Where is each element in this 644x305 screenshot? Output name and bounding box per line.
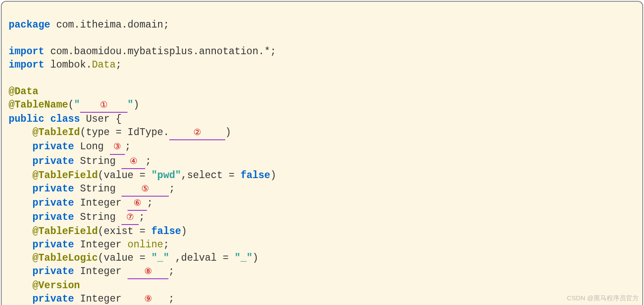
equals: = — [217, 253, 234, 264]
type-string: String — [80, 212, 116, 223]
keyword-private: private — [32, 141, 74, 152]
annotation-version: @Version — [32, 280, 80, 291]
semicolon: ; — [169, 183, 175, 194]
semicolon: ; — [168, 293, 174, 305]
import-path: com.baomidou.mybatisplus.annotation.* — [50, 46, 271, 57]
keyword-private: private — [32, 293, 74, 305]
keyword-import: import — [9, 46, 44, 57]
dot: . — [163, 127, 169, 138]
semicolon: ; — [115, 59, 121, 71]
equals: = — [134, 170, 151, 181]
blank-3[interactable]: ③ — [110, 140, 125, 154]
keyword-private: private — [32, 239, 74, 250]
circled-1: ① — [99, 100, 109, 109]
type-integer: Integer — [80, 293, 122, 305]
param-select: select — [187, 170, 223, 181]
string-pwd: "pwd" — [151, 170, 181, 181]
blank-1[interactable]: ① — [80, 99, 128, 113]
paren-close: ) — [181, 226, 187, 237]
watermark-text: CSDN @黑马程序员官方 — [567, 294, 639, 302]
literal-false: false — [151, 226, 181, 237]
type-integer: Integer — [80, 197, 122, 209]
comma: , — [175, 253, 181, 264]
type-string: String — [80, 183, 116, 194]
blank-5[interactable]: ⑤ — [121, 182, 169, 197]
circled-2: ② — [193, 127, 202, 137]
keyword-private: private — [32, 266, 74, 277]
circled-6: ⑥ — [133, 198, 142, 207]
blank-7[interactable]: ⑦ — [121, 211, 139, 225]
class-name: User — [86, 114, 109, 125]
type-integer: Integer — [80, 239, 122, 250]
semicolon: ; — [270, 46, 276, 57]
semicolon: ; — [168, 266, 174, 277]
type-integer: Integer — [80, 266, 122, 277]
paren-close: ) — [133, 99, 139, 111]
blank-4[interactable]: ④ — [121, 155, 145, 169]
blank-6[interactable]: ⑥ — [128, 197, 147, 211]
blank-9[interactable]: ⑨ — [128, 293, 168, 305]
paren-open: ( — [68, 99, 74, 111]
param-exist: exist — [104, 226, 134, 237]
string-underscore: "_" — [151, 253, 169, 264]
string-underscore: "_" — [235, 253, 252, 264]
semicolon: ; — [163, 19, 169, 31]
param-delval: delval — [181, 253, 217, 264]
circled-4: ④ — [129, 156, 138, 166]
circled-5: ⑤ — [140, 184, 150, 193]
annotation-tablefield: @TableField — [32, 226, 98, 237]
annotation-data: @Data — [9, 86, 38, 97]
annotation-tableid: @TableId — [32, 127, 80, 138]
paren-open: ( — [98, 226, 104, 237]
semicolon: ; — [145, 156, 151, 167]
equals: = — [223, 170, 240, 181]
idtype-class: IdType — [128, 127, 163, 138]
annotation-tablefield: @TableField — [32, 170, 98, 181]
circled-3: ③ — [112, 142, 122, 151]
paren-close: ) — [225, 127, 231, 138]
paren-open: ( — [98, 170, 104, 181]
keyword-private: private — [32, 197, 74, 209]
brace-open: { — [116, 114, 122, 125]
quote: " — [74, 99, 80, 111]
literal-false: false — [240, 170, 270, 181]
equals: = — [134, 226, 151, 237]
field-online: online — [128, 239, 163, 250]
semicolon: ; — [163, 239, 169, 250]
paren-close: ) — [252, 253, 258, 264]
equals: = — [110, 127, 128, 138]
keyword-class: class — [50, 114, 80, 125]
keyword-import: import — [9, 59, 44, 71]
keyword-private: private — [32, 156, 74, 167]
quote: " — [128, 99, 134, 111]
param-type: type — [86, 127, 109, 138]
keyword-private: private — [32, 183, 74, 194]
equals: = — [134, 253, 151, 264]
paren-open: ( — [98, 253, 104, 264]
param-value: value — [104, 253, 134, 264]
keyword-package: package — [9, 19, 50, 31]
paren-open: ( — [80, 127, 86, 138]
param-value: value — [104, 170, 134, 181]
blank-8[interactable]: ⑧ — [128, 265, 168, 279]
keyword-private: private — [32, 212, 74, 223]
keyword-public: public — [9, 114, 44, 125]
semicolon: ; — [139, 212, 145, 223]
circled-8: ⑧ — [143, 266, 153, 276]
type-long: Long — [80, 141, 104, 152]
semicolon: ; — [147, 197, 153, 209]
import-lombok: lombok. — [50, 59, 92, 71]
paren-close: ) — [270, 170, 276, 181]
circled-7: ⑦ — [125, 212, 135, 222]
circled-9: ⑨ — [143, 294, 153, 303]
blank-2[interactable]: ② — [169, 126, 225, 140]
code-block: package com.itheima.domain; import com.b… — [1, 1, 643, 305]
annotation-tablename: @TableName — [9, 99, 68, 111]
type-string: String — [80, 156, 116, 167]
comma: , — [181, 170, 187, 181]
annotation-tablelogic: @TableLogic — [32, 253, 98, 264]
package-name: com.itheima.domain — [56, 19, 163, 31]
import-data: Data — [92, 59, 115, 71]
semicolon: ; — [125, 141, 131, 152]
